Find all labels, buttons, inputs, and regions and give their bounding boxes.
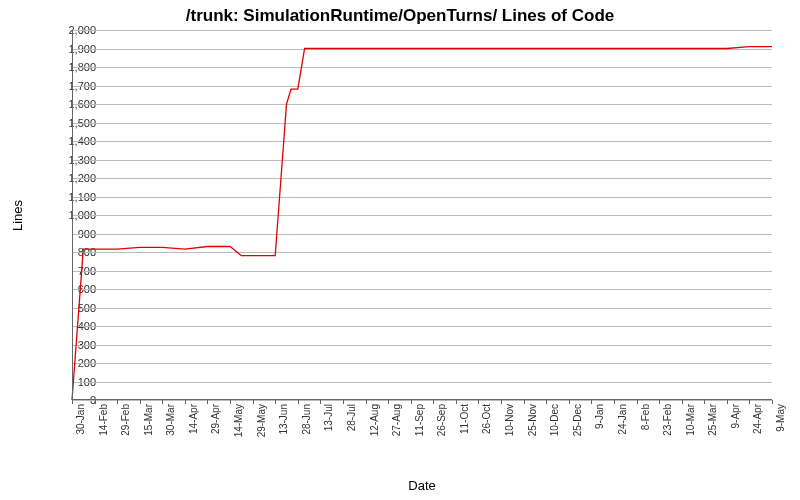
x-tick-mark xyxy=(727,400,728,404)
x-tick-mark xyxy=(388,400,389,404)
x-tick-mark xyxy=(117,400,118,404)
x-tick-mark xyxy=(343,400,344,404)
x-tick-label: 10-Mar xyxy=(685,404,696,436)
x-tick-mark xyxy=(478,400,479,404)
x-tick-label: 15-Mar xyxy=(143,404,154,436)
x-tick-mark xyxy=(433,400,434,404)
x-tick-label: 26-Oct xyxy=(481,404,492,434)
x-tick-label: 23-Feb xyxy=(662,404,673,436)
x-tick-label: 26-Sep xyxy=(436,404,447,436)
x-tick-label: 9-Apr xyxy=(730,404,741,428)
x-tick-label: 28-Jul xyxy=(346,404,357,431)
gridline xyxy=(72,400,772,401)
x-tick-label: 13-Jun xyxy=(278,404,289,435)
x-tick-mark xyxy=(546,400,547,404)
x-tick-mark xyxy=(162,400,163,404)
x-tick-label: 29-Feb xyxy=(120,404,131,436)
x-tick-label: 27-Aug xyxy=(391,404,402,436)
x-tick-label: 25-Mar xyxy=(707,404,718,436)
x-tick-label: 29-Apr xyxy=(210,404,221,434)
x-tick-mark xyxy=(772,400,773,404)
x-tick-mark xyxy=(682,400,683,404)
x-tick-mark xyxy=(456,400,457,404)
plot-border xyxy=(72,30,772,400)
x-tick-label: 10-Dec xyxy=(549,404,560,436)
x-tick-label: 11-Oct xyxy=(459,404,470,434)
x-tick-label: 11-Sep xyxy=(414,404,425,436)
x-tick-mark xyxy=(185,400,186,404)
x-tick-label: 10-Nov xyxy=(504,404,515,436)
x-tick-mark xyxy=(659,400,660,404)
x-tick-label: 30-Mar xyxy=(165,404,176,436)
x-tick-mark xyxy=(569,400,570,404)
x-tick-mark xyxy=(637,400,638,404)
x-tick-mark xyxy=(72,400,73,404)
x-tick-label: 14-Apr xyxy=(188,404,199,434)
x-tick-mark xyxy=(230,400,231,404)
chart-title: /trunk: SimulationRuntime/OpenTurns/ Lin… xyxy=(0,6,800,26)
x-tick-label: 9-May xyxy=(775,404,786,432)
plot-area xyxy=(72,30,772,400)
x-tick-label: 14-May xyxy=(233,404,244,437)
x-tick-mark xyxy=(207,400,208,404)
x-tick-label: 24-Jan xyxy=(617,404,628,435)
x-tick-label: 29-May xyxy=(256,404,267,437)
x-tick-mark xyxy=(320,400,321,404)
y-axis-label: Lines xyxy=(10,30,26,400)
x-tick-label: 30-Jan xyxy=(75,404,86,435)
x-tick-mark xyxy=(275,400,276,404)
x-axis-label: Date xyxy=(72,478,772,493)
x-tick-mark xyxy=(366,400,367,404)
x-tick-label: 25-Dec xyxy=(572,404,583,436)
x-tick-mark xyxy=(140,400,141,404)
x-tick-mark xyxy=(524,400,525,404)
x-tick-mark xyxy=(749,400,750,404)
x-tick-mark xyxy=(95,400,96,404)
x-tick-mark xyxy=(253,400,254,404)
x-tick-label: 8-Feb xyxy=(640,404,651,430)
x-tick-label: 9-Jan xyxy=(594,404,605,429)
x-tick-label: 14-Feb xyxy=(98,404,109,436)
x-tick-label: 28-Jun xyxy=(301,404,312,435)
x-tick-mark xyxy=(411,400,412,404)
x-tick-mark xyxy=(501,400,502,404)
chart-container: /trunk: SimulationRuntime/OpenTurns/ Lin… xyxy=(0,0,800,500)
x-tick-mark xyxy=(704,400,705,404)
x-tick-mark xyxy=(614,400,615,404)
x-tick-label: 24-Apr xyxy=(752,404,763,434)
x-tick-mark xyxy=(591,400,592,404)
x-tick-label: 12-Aug xyxy=(369,404,380,436)
x-tick-label: 25-Nov xyxy=(527,404,538,436)
x-tick-mark xyxy=(298,400,299,404)
x-tick-label: 13-Jul xyxy=(323,404,334,431)
